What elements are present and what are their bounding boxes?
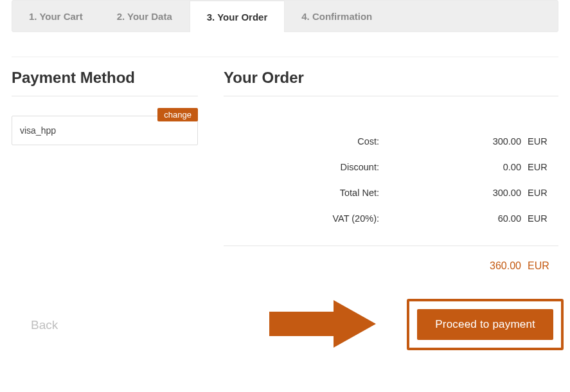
change-label: change: [164, 110, 191, 120]
order-line-value: 300.00: [384, 136, 528, 147]
order-line-currency: EUR: [528, 162, 558, 172]
order-line-value: 300.00: [384, 188, 528, 198]
change-payment-button[interactable]: change: [157, 108, 198, 121]
order-line-value: 0.00: [384, 162, 528, 172]
tab-label: 3. Your Order: [207, 12, 267, 22]
checkout-tabs: 1. Your Cart 2. Your Data 3. Your Order …: [12, 0, 558, 32]
order-line-total-net: Total Net: 300.00 EUR: [224, 180, 558, 206]
order-total-row: 360.00 EUR: [224, 245, 558, 280]
order-line-currency: EUR: [528, 188, 558, 198]
order-line-label: Cost:: [224, 136, 384, 147]
order-line-label: Total Net:: [224, 188, 384, 198]
back-label: Back: [31, 318, 58, 332]
tab-your-order[interactable]: 3. Your Order: [190, 1, 285, 32]
arrow-right-icon: [263, 296, 379, 352]
divider: [12, 96, 198, 96]
order-summary: Cost: 300.00 EUR Discount: 0.00 EUR Tota…: [224, 129, 558, 280]
tab-your-data[interactable]: 2. Your Data: [100, 1, 190, 31]
tab-confirmation[interactable]: 4. Confirmation: [285, 1, 389, 31]
tab-label: 1. Your Cart: [29, 11, 83, 22]
order-total-currency: EUR: [528, 260, 558, 272]
divider: [12, 57, 558, 57]
payment-method-value: visa_hpp: [20, 125, 56, 136]
order-line-vat: VAT (20%): 60.00 EUR: [224, 206, 558, 231]
order-line-label: VAT (20%):: [224, 213, 384, 224]
proceed-highlight-box: Proceed to payment: [407, 299, 564, 350]
tab-your-cart[interactable]: 1. Your Cart: [12, 1, 100, 31]
order-line-currency: EUR: [528, 213, 558, 224]
order-total-value: 360.00: [384, 260, 528, 272]
order-line-discount: Discount: 0.00 EUR: [224, 154, 558, 180]
your-order-heading: Your Order: [224, 69, 558, 87]
proceed-to-payment-button[interactable]: Proceed to payment: [417, 309, 553, 340]
order-line-value: 60.00: [384, 213, 528, 224]
proceed-label: Proceed to payment: [435, 318, 535, 330]
order-line-currency: EUR: [528, 136, 558, 147]
tab-label: 2. Your Data: [117, 11, 172, 22]
divider: [224, 96, 558, 96]
payment-method-heading: Payment Method: [12, 69, 198, 87]
order-line-label: Discount:: [224, 162, 384, 172]
order-line-cost: Cost: 300.00 EUR: [224, 129, 558, 154]
tab-label: 4. Confirmation: [301, 11, 372, 22]
back-button[interactable]: Back: [31, 318, 58, 332]
svg-marker-0: [269, 300, 376, 348]
